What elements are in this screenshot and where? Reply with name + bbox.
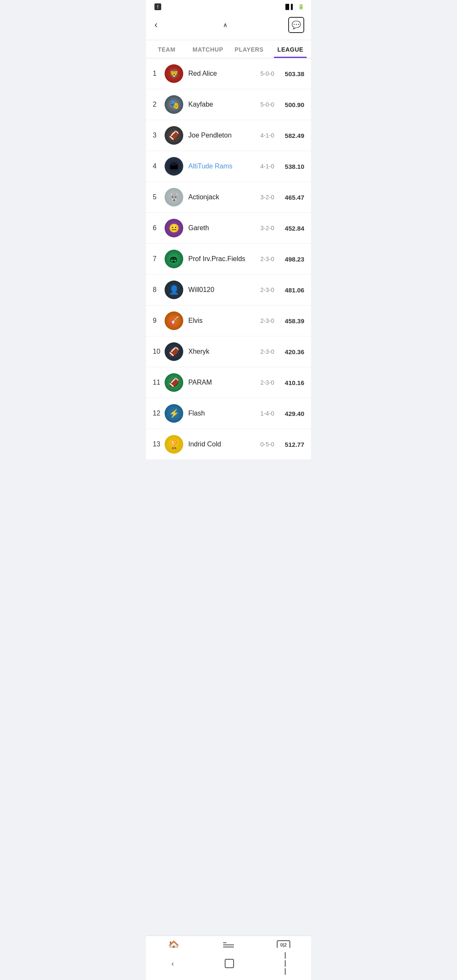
home-system-button[interactable] xyxy=(225,959,234,968)
header-title-container: ∧ xyxy=(220,22,227,28)
team-name: AltiTude Rams xyxy=(188,162,253,170)
tab-league[interactable]: LEAGUE xyxy=(270,40,311,58)
table-row[interactable]: 5 🐺 Actionjack 3-2-0 465.47 xyxy=(146,182,311,213)
team-score: 465.47 xyxy=(281,194,304,201)
avatar-emoji: 👤 xyxy=(169,285,179,295)
table-row[interactable]: 13 🏆 Indrid Cold 0-5-0 512.77 xyxy=(146,429,311,460)
battery-icon: 🔋 xyxy=(298,4,304,10)
table-row[interactable]: 1 🦁 Red Alice 5-0-0 503.38 xyxy=(146,58,311,89)
avatar: 🎸 xyxy=(165,311,183,330)
team-record: 2-3-0 xyxy=(253,286,274,293)
team-record: 2-3-0 xyxy=(253,317,274,324)
team-name: Gareth xyxy=(188,224,253,232)
avatar-emoji: 😐 xyxy=(169,223,179,233)
table-row[interactable]: 9 🎸 Elvis 2-3-0 458.39 xyxy=(146,306,311,336)
table-row[interactable]: 11 🏈 PARAM 2-3-0 410.16 xyxy=(146,367,311,398)
table-row[interactable]: 10 🏈 Xheryk 2-3-0 420.36 xyxy=(146,336,311,367)
chat-button[interactable]: 💬 xyxy=(288,17,304,33)
table-row[interactable]: 4 🏔 AltiTude Rams 4-1-0 538.10 xyxy=(146,151,311,182)
avatar-emoji: 🏟 xyxy=(170,254,178,264)
avatar: 😐 xyxy=(165,219,183,237)
rank-number: 12 xyxy=(153,410,165,417)
table-row[interactable]: 6 😐 Gareth 3-2-0 452.84 xyxy=(146,213,311,244)
tab-team[interactable]: TEAM xyxy=(146,40,187,58)
tab-matchup[interactable]: MATCHUP xyxy=(187,40,229,58)
avatar: 🦁 xyxy=(165,64,183,83)
status-bar: ! ▐▌▌ 🔋 xyxy=(146,0,311,12)
recents-system-button[interactable] xyxy=(285,952,286,975)
status-right: ▐▌▌ 🔋 xyxy=(282,4,304,10)
rank-number: 8 xyxy=(153,286,165,294)
team-score: 452.84 xyxy=(281,225,304,232)
avatar-emoji: 🐺 xyxy=(169,192,179,202)
team-score: 410.16 xyxy=(281,379,304,386)
rank-number: 2 xyxy=(153,101,165,108)
avatar: 🐺 xyxy=(165,188,183,206)
team-name: Xheryk xyxy=(188,348,253,355)
rank-number: 9 xyxy=(153,317,165,325)
avatar: ⚡ xyxy=(165,404,183,423)
avatar-emoji: 🏆 xyxy=(169,439,179,449)
team-record: 3-2-0 xyxy=(253,194,274,201)
team-record: 5-0-0 xyxy=(253,70,274,77)
team-name: Red Alice xyxy=(188,70,253,77)
team-score: 481.06 xyxy=(281,286,304,294)
team-record: 4-1-0 xyxy=(253,163,274,170)
tabs-container: TEAM MATCHUP PLAYERS LEAGUE xyxy=(146,40,311,58)
chat-icon: 💬 xyxy=(292,20,301,30)
table-row[interactable]: 7 🏟 Prof Irv.Prac.Fields 2-3-0 498.23 xyxy=(146,244,311,275)
team-name: Kayfabe xyxy=(188,101,253,108)
table-row[interactable]: 8 👤 Will0120 2-3-0 481.06 xyxy=(146,275,311,306)
avatar: 🏈 xyxy=(165,373,183,392)
avatar-emoji: 🎸 xyxy=(169,316,179,326)
avatar-emoji: 🎭 xyxy=(169,99,179,110)
team-score: 498.23 xyxy=(281,256,304,263)
avatar-emoji: 🏈 xyxy=(169,130,179,140)
rank-number: 6 xyxy=(153,224,165,232)
team-score: 500.90 xyxy=(281,101,304,108)
tab-players[interactable]: PLAYERS xyxy=(228,40,270,58)
league-standings: 1 🦁 Red Alice 5-0-0 503.38 2 🎭 Kayfabe 5… xyxy=(146,58,311,502)
team-record: 1-4-0 xyxy=(253,410,274,417)
team-name: Prof Irv.Prac.Fields xyxy=(188,255,253,263)
avatar-emoji: 🦁 xyxy=(169,69,179,79)
avatar-emoji: 🏈 xyxy=(169,347,179,357)
rank-number: 10 xyxy=(153,348,165,355)
standings-list: 1 🦁 Red Alice 5-0-0 503.38 2 🎭 Kayfabe 5… xyxy=(146,58,311,460)
signal-bars: ▐▌▌ xyxy=(284,4,295,10)
back-system-button[interactable]: ‹ xyxy=(171,959,174,968)
avatar: 🏟 xyxy=(165,250,183,268)
back-button[interactable]: ‹ xyxy=(153,18,159,32)
table-row[interactable]: 2 🎭 Kayfabe 5-0-0 500.90 xyxy=(146,89,311,120)
avatar: 🏈 xyxy=(165,126,183,145)
team-name: PARAM xyxy=(188,379,253,386)
team-score: 429.40 xyxy=(281,410,304,417)
chevron-down-icon[interactable]: ∧ xyxy=(223,22,227,28)
avatar-emoji: 🏈 xyxy=(169,377,179,388)
team-record: 2-3-0 xyxy=(253,348,274,355)
team-record: 2-3-0 xyxy=(253,256,274,262)
team-score: 503.38 xyxy=(281,70,304,77)
rank-number: 13 xyxy=(153,440,165,448)
table-row[interactable]: 12 ⚡ Flash 1-4-0 429.40 xyxy=(146,398,311,429)
team-score: 538.10 xyxy=(281,163,304,170)
table-row[interactable]: 3 🏈 Joe Pendleton 4-1-0 582.49 xyxy=(146,120,311,151)
system-nav: ‹ xyxy=(146,948,311,980)
rank-number: 4 xyxy=(153,162,165,170)
team-score: 512.77 xyxy=(281,441,304,448)
team-name: Will0120 xyxy=(188,286,253,294)
alert-icon: ! xyxy=(154,3,161,10)
rank-number: 1 xyxy=(153,70,165,77)
team-record: 2-3-0 xyxy=(253,379,274,386)
avatar-emoji: 🏔 xyxy=(170,162,178,171)
rank-number: 3 xyxy=(153,132,165,139)
rank-number: 11 xyxy=(153,379,165,386)
team-record: 0-5-0 xyxy=(253,441,274,448)
avatar: 👤 xyxy=(165,281,183,299)
avatar: 🏔 xyxy=(165,157,183,176)
rank-number: 7 xyxy=(153,255,165,263)
team-score: 582.49 xyxy=(281,132,304,139)
team-record: 3-2-0 xyxy=(253,225,274,231)
team-score: 420.36 xyxy=(281,348,304,355)
team-name: Elvis xyxy=(188,317,253,325)
